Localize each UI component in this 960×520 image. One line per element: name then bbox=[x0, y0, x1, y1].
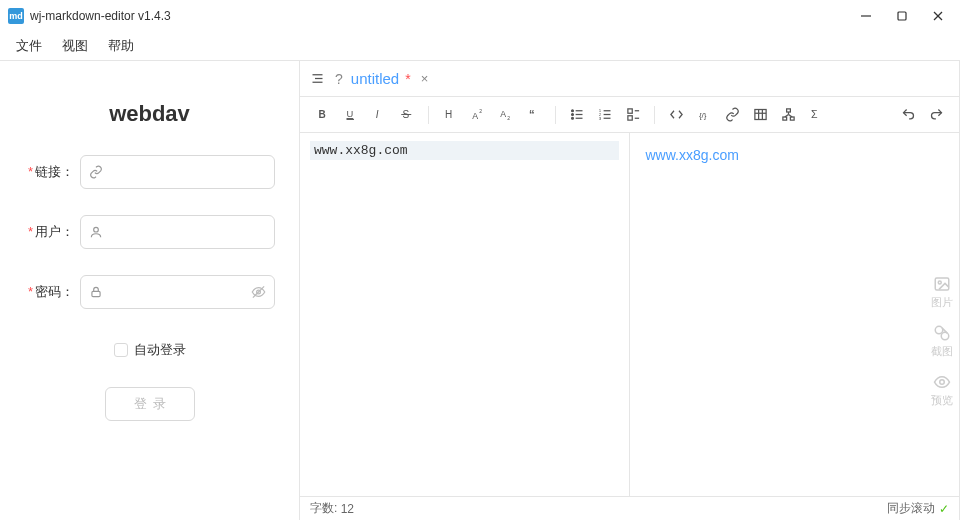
task-list-button[interactable] bbox=[620, 102, 646, 128]
ordered-list-button[interactable]: 123 bbox=[592, 102, 618, 128]
form-row-user: *用户： bbox=[24, 215, 275, 249]
svg-rect-40 bbox=[754, 110, 765, 120]
sidebar-webdav: webdav *链接： *用户： *密码： 自动登 bbox=[0, 61, 300, 520]
input-link[interactable] bbox=[80, 155, 275, 189]
form-row-link: *链接： bbox=[24, 155, 275, 189]
svg-point-23 bbox=[571, 110, 573, 112]
preview-link[interactable]: www.xx8g.com bbox=[646, 147, 739, 163]
word-count-label: 字数: bbox=[310, 500, 337, 517]
sidebar-title: webdav bbox=[109, 101, 190, 127]
label-user: *用户： bbox=[24, 223, 80, 241]
lock-icon bbox=[89, 285, 103, 299]
auto-login-checkbox[interactable] bbox=[114, 343, 128, 357]
tab-status-icon: ? bbox=[335, 71, 343, 87]
svg-point-4 bbox=[94, 227, 99, 232]
tab-bar: ? untitled* × bbox=[300, 61, 959, 97]
svg-text:2: 2 bbox=[507, 115, 510, 121]
insert-image-button[interactable]: 图片 bbox=[931, 275, 953, 310]
quote-button[interactable]: “ bbox=[521, 102, 547, 128]
word-count-value: 12 bbox=[341, 502, 354, 516]
close-button[interactable] bbox=[924, 6, 952, 26]
minimize-button[interactable] bbox=[852, 6, 880, 26]
svg-text:U: U bbox=[346, 109, 353, 119]
label-password: *密码： bbox=[24, 283, 80, 301]
svg-point-56 bbox=[940, 379, 945, 384]
svg-rect-46 bbox=[790, 117, 794, 120]
user-icon bbox=[89, 225, 103, 239]
table-button[interactable] bbox=[747, 102, 773, 128]
redo-button[interactable] bbox=[923, 102, 949, 128]
editor-area: ? untitled* × B U I S H A2 A2 “ 123 {/} … bbox=[300, 61, 960, 520]
auto-login-row: 自动登录 bbox=[114, 341, 186, 359]
screenshot-label: 截图 bbox=[931, 344, 953, 359]
svg-rect-35 bbox=[627, 109, 631, 113]
link-icon bbox=[89, 165, 103, 179]
svg-point-25 bbox=[571, 114, 573, 116]
insert-image-label: 图片 bbox=[931, 295, 953, 310]
app-title: wj-markdown-editor v1.4.3 bbox=[30, 9, 852, 23]
heading-button[interactable]: H bbox=[437, 102, 463, 128]
title-bar: md wj-markdown-editor v1.4.3 bbox=[0, 0, 960, 32]
svg-text:A: A bbox=[472, 111, 478, 121]
tab-modified-indicator: * bbox=[405, 71, 410, 87]
preview-toggle-button[interactable]: 预览 bbox=[931, 373, 953, 408]
label-link: *链接： bbox=[24, 163, 80, 181]
form-row-password: *密码： bbox=[24, 275, 275, 309]
side-tool-panel: 图片 截图 预览 bbox=[931, 275, 953, 408]
input-user[interactable] bbox=[80, 215, 275, 249]
tab-name[interactable]: untitled bbox=[351, 70, 399, 87]
svg-rect-44 bbox=[786, 109, 790, 112]
subscript-button[interactable]: A2 bbox=[493, 102, 519, 128]
bold-button[interactable]: B bbox=[310, 102, 336, 128]
svg-rect-1 bbox=[898, 12, 906, 20]
screenshot-button[interactable]: 截图 bbox=[931, 324, 953, 359]
window-controls bbox=[852, 6, 952, 26]
eye-off-icon[interactable] bbox=[251, 285, 266, 300]
app-logo: md bbox=[8, 8, 24, 24]
svg-text:3: 3 bbox=[598, 116, 601, 121]
auto-login-label: 自动登录 bbox=[134, 341, 186, 359]
undo-button[interactable] bbox=[895, 102, 921, 128]
svg-text:H: H bbox=[444, 109, 451, 120]
formula-button[interactable]: Σ bbox=[803, 102, 829, 128]
underline-button[interactable]: U bbox=[338, 102, 364, 128]
svg-point-53 bbox=[935, 326, 943, 334]
main-region: webdav *链接： *用户： *密码： 自动登 bbox=[0, 60, 960, 520]
maximize-button[interactable] bbox=[888, 6, 916, 26]
diagram-button[interactable] bbox=[775, 102, 801, 128]
svg-text:“: “ bbox=[528, 108, 534, 120]
svg-point-52 bbox=[938, 281, 941, 284]
source-line: www.xx8g.com bbox=[310, 141, 619, 160]
svg-text:A: A bbox=[500, 109, 506, 119]
link-button[interactable] bbox=[719, 102, 745, 128]
svg-rect-36 bbox=[627, 116, 631, 120]
svg-text:{/}: {/} bbox=[698, 111, 706, 120]
unordered-list-button[interactable] bbox=[564, 102, 590, 128]
menu-bar: 文件 视图 帮助 bbox=[0, 32, 960, 60]
svg-rect-45 bbox=[782, 117, 786, 120]
code-button[interactable] bbox=[663, 102, 689, 128]
source-pane[interactable]: www.xx8g.com bbox=[300, 133, 630, 496]
menu-view[interactable]: 视图 bbox=[54, 34, 96, 58]
login-button[interactable]: 登录 bbox=[105, 387, 195, 421]
svg-text:B: B bbox=[318, 109, 325, 120]
superscript-button[interactable]: A2 bbox=[465, 102, 491, 128]
preview-toggle-label: 预览 bbox=[931, 393, 953, 408]
menu-help[interactable]: 帮助 bbox=[100, 34, 142, 58]
strikethrough-button[interactable]: S bbox=[394, 102, 420, 128]
svg-text:2: 2 bbox=[479, 108, 482, 114]
menu-file[interactable]: 文件 bbox=[8, 34, 50, 58]
inline-code-button[interactable]: {/} bbox=[691, 102, 717, 128]
svg-point-27 bbox=[571, 117, 573, 119]
italic-button[interactable]: I bbox=[366, 102, 392, 128]
input-password[interactable] bbox=[80, 275, 275, 309]
svg-text:I: I bbox=[375, 109, 378, 120]
tab-close-icon[interactable]: × bbox=[421, 71, 429, 86]
sync-scroll-check-icon: ✓ bbox=[939, 502, 949, 516]
editor-panes: www.xx8g.com www.xx8g.com 图片 截图 预览 bbox=[300, 133, 959, 496]
svg-point-54 bbox=[941, 332, 949, 340]
sync-scroll-label[interactable]: 同步滚动 bbox=[887, 500, 935, 517]
editor-toolbar: B U I S H A2 A2 “ 123 {/} Σ bbox=[300, 97, 959, 133]
svg-text:Σ: Σ bbox=[810, 108, 817, 120]
outline-icon[interactable] bbox=[310, 71, 325, 86]
